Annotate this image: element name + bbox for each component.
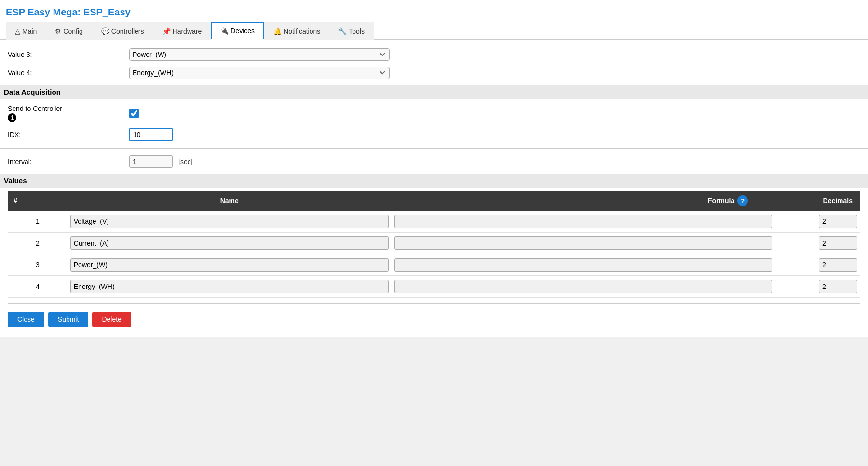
value3-select[interactable]: Power_(W) Energy_(WH) Voltage_(V) Curren… <box>129 48 390 61</box>
row-num: 4 <box>8 276 68 298</box>
delete-button[interactable]: Delete <box>92 312 131 327</box>
gear-icon: ⚙ <box>55 27 61 35</box>
nav-tabs: △ Main ⚙ Config 💬 Controllers 📌 Hardware… <box>6 22 862 39</box>
tab-hardware[interactable]: 📌 Hardware <box>153 22 211 40</box>
row-formula-input[interactable] <box>394 215 773 228</box>
row-name-input[interactable] <box>70 215 389 228</box>
row-name-cell <box>68 233 392 254</box>
formula-help-icon[interactable]: ? <box>737 195 748 206</box>
info-icon: ℹ <box>8 113 16 122</box>
main-content: Value 3: Power_(W) Energy_(WH) Voltage_(… <box>0 40 868 337</box>
row-decimals-input[interactable] <box>819 258 857 272</box>
table-header-row: # Name Formula ? Decimals <box>8 191 860 211</box>
bell-icon: 🔔 <box>273 27 282 35</box>
row-decimals-input[interactable] <box>819 215 857 228</box>
tab-notifications[interactable]: 🔔 Notifications <box>264 22 329 40</box>
row-formula-cell <box>392 211 775 233</box>
page-title: ESP Easy Mega: ESP_Easy <box>6 4 862 22</box>
row-num: 1 <box>8 211 68 233</box>
idx-label: IDX: <box>8 131 123 138</box>
close-button[interactable]: Close <box>8 312 44 327</box>
send-to-controller-checkbox[interactable] <box>129 109 139 118</box>
row-decimals-cell <box>775 276 860 298</box>
idx-input[interactable] <box>129 128 173 141</box>
row-formula-cell <box>392 254 775 276</box>
table-row: 3 <box>8 254 860 276</box>
row-name-input[interactable] <box>70 236 389 250</box>
row-decimals-input[interactable] <box>819 280 857 293</box>
home-icon: △ <box>15 27 20 35</box>
pin-icon: 📌 <box>163 27 171 35</box>
tab-config[interactable]: ⚙ Config <box>46 22 92 40</box>
row-num: 2 <box>8 233 68 254</box>
row-name-input[interactable] <box>70 280 389 293</box>
interval-row: Interval: [sec] <box>8 152 860 171</box>
table-row: 2 <box>8 233 860 254</box>
wrench-icon: 🔧 <box>339 27 347 35</box>
value4-select[interactable]: Energy_(WH) Power_(W) Voltage_(V) Curren… <box>129 67 390 79</box>
row-decimals-input[interactable] <box>819 236 857 250</box>
plug-icon: 🔌 <box>220 27 229 35</box>
send-to-controller-row: Send to Controller ℹ <box>8 102 860 125</box>
value3-label: Value 3: <box>8 51 123 58</box>
row-name-input[interactable] <box>70 258 389 272</box>
row-decimals-cell <box>775 254 860 276</box>
col-decimals: Decimals <box>775 191 860 211</box>
row-name-cell <box>68 254 392 276</box>
row-decimals-cell <box>775 211 860 233</box>
table-row: 1 <box>8 211 860 233</box>
value4-row: Value 4: Energy_(WH) Power_(W) Voltage_(… <box>8 64 860 82</box>
submit-button[interactable]: Submit <box>48 312 89 327</box>
value3-row: Value 3: Power_(W) Energy_(WH) Voltage_(… <box>8 45 860 64</box>
page-header: ESP Easy Mega: ESP_Easy △ Main ⚙ Config … <box>0 0 868 40</box>
row-formula-input[interactable] <box>394 236 773 250</box>
values-section-header: Values <box>0 174 868 188</box>
footer-buttons: Close Submit Delete <box>8 303 860 331</box>
row-num: 3 <box>8 254 68 276</box>
row-formula-cell <box>392 276 775 298</box>
tab-tools[interactable]: 🔧 Tools <box>329 22 374 40</box>
col-hash: # <box>8 191 68 211</box>
row-formula-input[interactable] <box>394 258 773 272</box>
tab-controllers[interactable]: 💬 Controllers <box>92 22 153 40</box>
idx-row: IDX: <box>8 125 860 144</box>
interval-input[interactable] <box>129 155 173 168</box>
table-row: 4 <box>8 276 860 298</box>
row-formula-cell <box>392 233 775 254</box>
interval-unit: [sec] <box>178 158 193 165</box>
interval-label: Interval: <box>8 158 123 165</box>
row-decimals-cell <box>775 233 860 254</box>
row-name-cell <box>68 211 392 233</box>
tab-devices[interactable]: 🔌 Devices <box>211 22 264 40</box>
divider-1 <box>0 148 868 149</box>
send-to-controller-label: Send to Controller ℹ <box>8 105 123 122</box>
row-formula-input[interactable] <box>394 280 773 293</box>
data-acquisition-header: Data Acquisition <box>0 85 868 99</box>
row-name-cell <box>68 276 392 298</box>
value4-label: Value 4: <box>8 69 123 77</box>
values-table: # Name Formula ? Decimals 1 <box>8 191 860 298</box>
chat-icon: 💬 <box>101 27 109 35</box>
col-formula: Formula ? <box>392 191 775 211</box>
tab-main[interactable]: △ Main <box>6 22 46 40</box>
col-name: Name <box>68 191 392 211</box>
